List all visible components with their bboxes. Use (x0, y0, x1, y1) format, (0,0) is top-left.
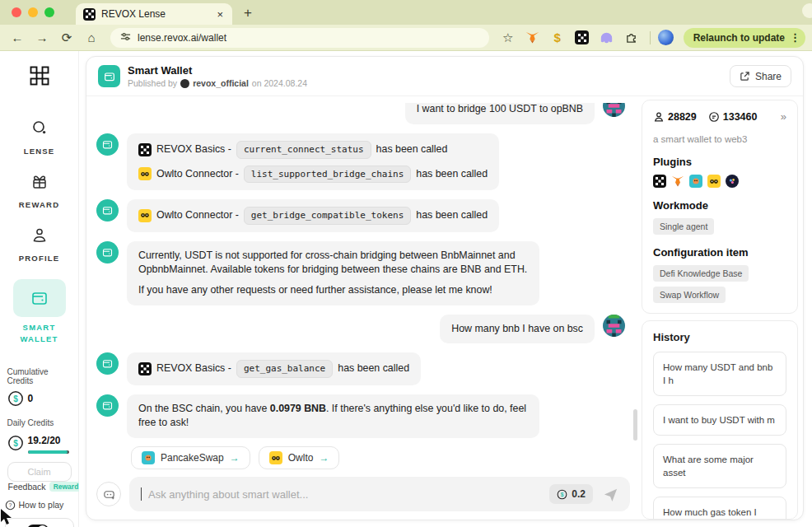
pancakeswap-icon (142, 451, 155, 464)
sidebar-item-profile[interactable]: PROFILE (13, 226, 66, 263)
agent-info-card: 28829 133460 » a smart wallet to web3 Pl… (642, 100, 798, 314)
tool-call-bubble[interactable]: Owlto Connector -get_bridge_compatible_t… (127, 199, 499, 232)
revox-plugin-icon[interactable] (653, 175, 666, 188)
user-message-bubble[interactable]: How many bnb I have on bsc (440, 315, 595, 344)
history-item[interactable]: What are some major asset (653, 444, 786, 488)
relaunch-button[interactable]: Relaunch to update ⋮ (684, 28, 805, 48)
chat-input[interactable] (148, 488, 543, 501)
published-by-label: Published by (128, 78, 177, 88)
history-item[interactable]: I want to buy USDT with m (653, 404, 786, 436)
sidebar-item-label: SMART WALLET (14, 322, 65, 346)
arrow-icon: → (319, 452, 329, 464)
owlto-plugin-icon (138, 209, 152, 222)
tab-close-icon[interactable]: × (215, 8, 225, 21)
share-button[interactable]: Share (730, 65, 791, 87)
theme-switch[interactable] (27, 525, 49, 527)
revox-favicon (83, 8, 96, 21)
tool-function-chip[interactable]: current_connect_status (236, 141, 371, 159)
new-agent-button[interactable] (96, 482, 121, 506)
close-window-button[interactable] (12, 7, 21, 17)
tool-called-suffix: has been called (416, 208, 488, 223)
profile-avatar[interactable] (658, 30, 674, 45)
extensions-puzzle-icon[interactable] (623, 30, 640, 46)
tool-plugin-name: Owlto Connector - (156, 167, 239, 182)
suggestion-pancakeswap-button[interactable]: PancakeSwap→ (131, 446, 250, 469)
dollar-extension-icon[interactable]: $ (549, 30, 566, 46)
how-to-play-link[interactable]: ? How to play (5, 500, 74, 511)
history-item[interactable]: How many USDT and bnb I h (653, 352, 786, 396)
forward-button[interactable]: → (31, 27, 53, 49)
bot-message-bubble[interactable]: Currently, USDT is not supported for cro… (127, 241, 539, 305)
coin-icon: $ (557, 489, 567, 500)
address-bar[interactable]: lense.revox.ai/wallet (110, 28, 489, 48)
bookmark-star-icon[interactable]: ☆ (497, 27, 519, 49)
smart-wallet-app-icon (98, 65, 120, 87)
site-settings-icon[interactable] (120, 30, 131, 45)
sidebar-item-wallet[interactable]: SMART WALLET (13, 279, 66, 346)
plugins-row (653, 175, 786, 188)
theme-toggle[interactable]: Dark Light (5, 518, 74, 527)
suggestion-owlto-button[interactable]: Owlto→ (259, 446, 340, 469)
publisher-name[interactable]: revox_official (193, 78, 249, 88)
message-row-user: How many bnb I have on bsc (96, 315, 625, 344)
cumulative-credits-value: 0 (28, 393, 34, 404)
owlto-plugin-icon[interactable] (707, 175, 721, 188)
send-icon (603, 487, 618, 502)
tool-call-row: Owlto Connector -list_supported_bridge_c… (138, 166, 488, 184)
window-controls[interactable] (0, 7, 66, 25)
bot-message-bubble[interactable]: On the BSC chain, you have 0.0979 BNB. I… (127, 394, 539, 438)
revox-plugin-icon (138, 362, 152, 375)
tool-call-bubble[interactable]: REVOX Basics -current_connect_statushas … (127, 133, 499, 190)
message-list: On the BSC chain, you have 5233.9007 USD… (96, 103, 630, 438)
users-count: 28829 (668, 111, 697, 123)
misc-plugin-icon[interactable] (726, 175, 739, 188)
tab-strip: REVOX Lense × + (0, 0, 812, 25)
bot-avatar (96, 241, 119, 264)
revox-logo[interactable] (28, 64, 51, 87)
home-button[interactable]: ⌂ (81, 27, 102, 49)
revox-extension-icon[interactable] (574, 30, 590, 46)
metamask-plugin-icon[interactable] (671, 175, 684, 188)
chrome-menu-icon[interactable]: ⋮ (790, 31, 800, 44)
feedback-link[interactable]: Feedback Reward (5, 482, 74, 492)
credits-section: Cumulative Credits $ 0 Daily Credits $ 1… (7, 367, 72, 482)
text-caret (141, 487, 142, 501)
minimize-window-button[interactable] (28, 7, 38, 17)
tool-call-bubble[interactable]: REVOX Basics -get_gas_balancehas been ca… (127, 352, 421, 385)
tool-function-chip[interactable]: get_gas_balance (236, 360, 333, 378)
browser-toolbar: ← → ⟳ ⌂ lense.revox.ai/wallet ☆ $ Re (0, 25, 812, 51)
user-message-bubble[interactable]: I want to bridge 100 USDT to opBNB (405, 103, 595, 124)
sidebar-item-reward[interactable]: REWARD (13, 172, 66, 209)
phantom-extension-icon[interactable] (599, 30, 615, 46)
sidebar-item-lense[interactable]: LENSE (13, 119, 66, 156)
browser-tab[interactable]: REVOX Lense × (76, 3, 232, 25)
how-to-play-label: How to play (19, 500, 64, 510)
back-button[interactable]: ← (7, 27, 28, 49)
tool-function-chip[interactable]: get_bridge_compatible_tokens (244, 207, 411, 225)
agent-card: Smart Wallet Published by revox_official… (86, 56, 804, 520)
history-item[interactable]: How much gas token I have (653, 497, 786, 520)
zoom-window-button[interactable] (44, 7, 54, 17)
published-date: on 2024.08.24 (252, 78, 307, 88)
chat-scrollbar[interactable] (633, 409, 637, 441)
tool-plugin-name: Owlto Connector - (156, 208, 239, 223)
reload-button[interactable]: ⟳ (56, 27, 77, 49)
tool-called-suffix: has been called (376, 142, 448, 157)
send-button[interactable] (600, 485, 622, 504)
pancakeswap-plugin-icon[interactable] (689, 175, 702, 188)
message-cost-pill: $ 0.2 (549, 484, 593, 504)
feedback-label: Feedback (8, 482, 46, 492)
claim-button[interactable]: Claim (7, 462, 72, 482)
config-chip: Swap Workflow (653, 287, 726, 303)
share-label: Share (755, 71, 782, 82)
tab-title: REVOX Lense (101, 8, 209, 20)
chat-count-icon (708, 111, 720, 123)
plugins-heading: Plugins (653, 156, 786, 168)
svg-text:$: $ (13, 394, 18, 403)
metamask-extension-icon[interactable] (525, 30, 541, 46)
tool-function-chip[interactable]: list_supported_bridge_chains (244, 166, 411, 184)
collapse-panel-button[interactable]: » (781, 110, 786, 123)
message-row-user: I want to bridge 100 USDT to opBNB (96, 103, 625, 124)
new-tab-button[interactable]: + (232, 5, 264, 25)
chat-input-wrap[interactable]: $ 0.2 (129, 477, 630, 511)
